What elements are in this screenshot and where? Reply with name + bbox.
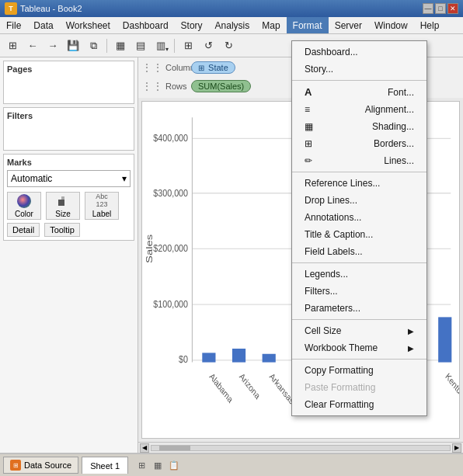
menu-file[interactable]: File bbox=[0, 17, 27, 33]
svg-text:Arizona: Arizona bbox=[238, 371, 262, 401]
format-filters[interactable]: Filters... bbox=[292, 283, 426, 300]
svg-rect-26 bbox=[438, 317, 451, 362]
sheet-label: Sheet 1 bbox=[90, 461, 120, 471]
format-field-labels-label: Field Labels... bbox=[305, 246, 363, 257]
format-font-label: Font... bbox=[388, 87, 414, 98]
toolbar-new[interactable]: ⊞ bbox=[3, 37, 22, 54]
format-paste-formatting-label: Paste Formatting bbox=[305, 382, 375, 393]
toolbar-chart3[interactable]: ▥▾ bbox=[151, 37, 170, 54]
svg-text:$200,000: $200,000 bbox=[153, 242, 188, 255]
menu-worksheet[interactable]: Worksheet bbox=[60, 17, 117, 33]
format-font[interactable]: A Font... bbox=[292, 83, 426, 101]
mark-color-label: Color bbox=[15, 210, 33, 218]
toolbar-forward[interactable]: → bbox=[44, 37, 62, 54]
new-worksheet-btn[interactable]: ⊞ bbox=[134, 458, 148, 472]
format-shading[interactable]: ▦ Shading... bbox=[292, 118, 426, 135]
menu-server[interactable]: Server bbox=[329, 17, 368, 33]
maximize-button[interactable]: □ bbox=[435, 3, 446, 14]
format-font-icon-prefix: A bbox=[305, 86, 320, 98]
marks-detail: Detail Tooltip bbox=[7, 223, 131, 237]
format-borders[interactable]: ⊞ Borders... bbox=[292, 135, 426, 152]
svg-rect-1 bbox=[61, 196, 64, 200]
mark-label-label: Label bbox=[92, 210, 111, 218]
window-controls: — □ ✕ bbox=[423, 3, 458, 14]
marks-icons: Color Size Abc123 Label bbox=[7, 192, 131, 220]
scroll-track[interactable] bbox=[151, 445, 451, 451]
menu-data[interactable]: Data bbox=[27, 17, 59, 33]
format-field-labels[interactable]: Field Labels... bbox=[292, 243, 426, 260]
toolbar-undo[interactable]: ↺ bbox=[199, 37, 218, 54]
sheet-tab[interactable]: Sheet 1 bbox=[82, 457, 128, 474]
format-workbook-theme-label: Workbook Theme bbox=[305, 342, 378, 353]
format-filters-label: Filters... bbox=[305, 286, 338, 297]
scroll-left-btn[interactable]: ◀ bbox=[140, 443, 149, 453]
format-drop-lines[interactable]: Drop Lines... bbox=[292, 192, 426, 209]
menu-dashboard[interactable]: Dashboard bbox=[117, 17, 175, 33]
mark-size-btn[interactable]: Size bbox=[46, 192, 80, 220]
mark-label-btn[interactable]: Abc123 Label bbox=[85, 192, 119, 220]
svg-rect-14 bbox=[202, 353, 215, 362]
menu-analysis[interactable]: Analysis bbox=[209, 17, 256, 33]
format-annotations-label: Annotations... bbox=[305, 212, 361, 223]
format-dashboard[interactable]: Dashboard... bbox=[292, 43, 426, 61]
new-story-btn[interactable]: 📋 bbox=[167, 458, 181, 472]
menu-format[interactable]: Format bbox=[287, 17, 329, 33]
datasource-tab[interactable]: ⊞ Data Source bbox=[3, 457, 78, 474]
sep-1 bbox=[292, 80, 426, 81]
menu-story[interactable]: Story bbox=[175, 17, 209, 33]
format-dropdown-menu: Dashboard... Story... A Font... ≡ Alignm… bbox=[291, 40, 427, 416]
tooltip-btn[interactable]: Tooltip bbox=[44, 223, 80, 237]
toolbar-redo[interactable]: ↻ bbox=[219, 37, 238, 54]
format-shading-label: Shading... bbox=[372, 121, 414, 132]
svg-text:Kentucky: Kentucky bbox=[444, 371, 459, 406]
format-title-caption[interactable]: Title & Caption... bbox=[292, 226, 426, 243]
rows-pill-text: SUM(Sales) bbox=[198, 82, 244, 91]
svg-rect-0 bbox=[58, 200, 64, 206]
format-annotations[interactable]: Annotations... bbox=[292, 209, 426, 226]
sep-3 bbox=[292, 262, 426, 263]
toolbar-chart2[interactable]: ▤ bbox=[131, 37, 150, 54]
svg-text:$300,000: $300,000 bbox=[153, 187, 188, 200]
format-story[interactable]: Story... bbox=[292, 61, 426, 78]
format-cell-size-label: Cell Size bbox=[305, 325, 341, 336]
marks-dropdown[interactable]: Automatic ▾ bbox=[7, 170, 131, 187]
svg-text:Sales: Sales bbox=[144, 235, 154, 264]
minimize-button[interactable]: — bbox=[423, 3, 433, 14]
detail-btn[interactable]: Detail bbox=[7, 223, 40, 237]
format-borders-icon: ⊞ bbox=[305, 138, 320, 149]
close-button[interactable]: ✕ bbox=[447, 3, 458, 14]
scroll-thumb[interactable] bbox=[159, 446, 190, 450]
columns-dots-icon: ⋮⋮ bbox=[141, 62, 163, 73]
format-legends[interactable]: Legends... bbox=[292, 266, 426, 283]
rows-pill[interactable]: SUM(Sales) bbox=[191, 80, 251, 92]
menu-help[interactable]: Help bbox=[414, 17, 446, 33]
new-dashboard-btn[interactable]: ▦ bbox=[151, 458, 165, 472]
toolbar-chart1[interactable]: ▦ bbox=[111, 37, 130, 54]
toolbar-save[interactable]: 💾 bbox=[64, 37, 82, 54]
toolbar-back[interactable]: ← bbox=[23, 37, 42, 54]
format-cell-size[interactable]: Cell Size ▶ bbox=[292, 322, 426, 339]
format-alignment[interactable]: ≡ Alignment... bbox=[292, 101, 426, 118]
color-circle-icon bbox=[17, 194, 31, 208]
menu-map[interactable]: Map bbox=[256, 17, 286, 33]
toolbar-filter[interactable]: ⊞ bbox=[179, 37, 197, 54]
size-icon bbox=[56, 194, 70, 208]
format-lines-label: Lines... bbox=[384, 155, 414, 166]
menu-window[interactable]: Window bbox=[368, 17, 414, 33]
format-lines[interactable]: ✏ Lines... bbox=[292, 152, 426, 169]
filters-content bbox=[7, 123, 131, 147]
horizontal-scrollbar[interactable]: ◀ ▶ bbox=[138, 442, 463, 453]
format-workbook-theme[interactable]: Workbook Theme ▶ bbox=[292, 339, 426, 356]
toolbar-duplicate[interactable]: ⧉ bbox=[84, 37, 103, 54]
mark-color-btn[interactable]: Color bbox=[7, 192, 41, 220]
scroll-right-btn[interactable]: ▶ bbox=[452, 443, 461, 453]
format-clear-formatting[interactable]: Clear Formatting bbox=[292, 396, 426, 413]
sep-4 bbox=[292, 319, 426, 320]
columns-pill[interactable]: ⊞ State bbox=[191, 61, 235, 74]
format-copy-formatting[interactable]: Copy Formatting bbox=[292, 362, 426, 379]
format-ref-lines[interactable]: Reference Lines... bbox=[292, 175, 426, 192]
datasource-label: Data Source bbox=[24, 460, 71, 470]
pages-title: Pages bbox=[7, 64, 131, 74]
format-parameters[interactable]: Parameters... bbox=[292, 300, 426, 317]
cell-size-arrow: ▶ bbox=[408, 327, 414, 335]
